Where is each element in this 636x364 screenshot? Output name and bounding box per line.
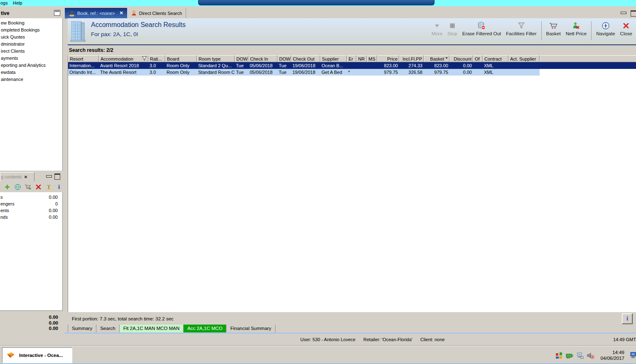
column-header-dow[interactable]: DOW (277, 55, 291, 62)
column-header-price[interactable]: Price (377, 55, 399, 62)
tab-accommodation-results[interactable]: Acc 2A,1C MCO (184, 325, 226, 332)
column-header-resort[interactable]: Resort (68, 55, 99, 62)
sidebar-item-reporting[interactable]: eporting and Analytics (0, 62, 62, 69)
cell-ms[interactable] (367, 62, 377, 69)
column-header-room-type[interactable]: Room type (197, 55, 235, 62)
globe-refresh-icon[interactable] (14, 183, 21, 190)
column-header-board[interactable]: Board (165, 55, 197, 62)
maximize-icon[interactable] (631, 10, 636, 17)
cell-incl-fl-pp[interactable]: 274.33 (399, 62, 424, 69)
cell-dow[interactable]: Tue (235, 62, 248, 69)
sidebar-item-direct-clients[interactable]: irect Clients (0, 48, 62, 55)
column-header-discount[interactable]: Discount (449, 55, 473, 62)
tab-flight-results[interactable]: Flt 2A,1C MAN MCO MAN (120, 325, 184, 332)
column-header-check-out[interactable]: Check Out (291, 55, 320, 62)
maximize-panel-icon[interactable] (54, 173, 60, 180)
cell-discount[interactable]: 0.00 (449, 69, 473, 76)
sidebar-item-administrator[interactable]: dministrator (0, 41, 62, 48)
cell-of[interactable] (473, 69, 483, 76)
cell-supplier[interactable]: Ocean B... (320, 62, 347, 69)
network-status-tray-icon[interactable] (577, 352, 584, 359)
tab-financial-summary[interactable]: Financial Summary (226, 325, 275, 332)
display-tray-icon[interactable] (630, 352, 636, 359)
sidebar-item-quick-quotes[interactable]: uick Quotes (0, 34, 62, 41)
sidebar-item-newdata[interactable]: ewdata (0, 69, 62, 76)
tab-summary[interactable]: Summary (68, 325, 96, 332)
column-header-nr[interactable]: NR (356, 55, 367, 62)
cell-contract[interactable]: XML (483, 62, 508, 69)
basket-button[interactable]: Basket (544, 20, 563, 36)
cell-nr[interactable] (356, 62, 367, 69)
sidebar-item-completed-bookings[interactable]: ompleted Bookings (0, 27, 62, 34)
cell-dow[interactable]: Tue (235, 69, 248, 76)
cell-ms[interactable] (367, 69, 377, 76)
minimize-panel-icon[interactable] (46, 175, 52, 178)
column-header-ms[interactable]: MS (367, 55, 377, 62)
cell-room-type[interactable]: Standard 2 Qu... (197, 62, 235, 69)
cell-contract[interactable]: XML (483, 69, 508, 76)
cell-basket[interactable]: 979.75 (424, 69, 449, 76)
erase-filtered-out-button[interactable]: Erase Filtered Out (460, 20, 503, 36)
cell-resort[interactable]: Orlando Int... (68, 69, 99, 76)
column-header-incl-fl-pp[interactable]: Incl.Fl.PP (399, 55, 424, 62)
cell-discount[interactable]: 0.00 (449, 62, 473, 69)
cell-resort[interactable]: Internation... (68, 62, 99, 69)
cell-board[interactable]: Room Only (165, 69, 197, 76)
cell-price[interactable]: 823.00 (377, 62, 399, 69)
column-header-er[interactable]: Er (347, 55, 356, 62)
antivirus-tray-icon[interactable] (555, 352, 562, 359)
cell-incl-fl-pp[interactable]: 326.58 (399, 69, 424, 76)
cell-accommodation[interactable]: The Avanti Resort (99, 69, 148, 76)
volume-muted-tray-icon[interactable] (587, 352, 594, 359)
cell-er[interactable]: * (347, 69, 356, 76)
minimize-icon[interactable] (621, 12, 626, 14)
cell-act-supplier[interactable] (508, 62, 540, 69)
sidebar-item-new-booking[interactable]: ew Booking (0, 20, 62, 27)
cell-rating[interactable]: 3.0 (148, 69, 165, 76)
menu-help[interactable]: Help (13, 0, 22, 5)
cell-of[interactable] (473, 62, 483, 69)
cell-supplier[interactable]: Get A Bed (320, 69, 347, 76)
result-row[interactable]: Orlando Int... The Avanti Resort 3.0 Roo… (68, 69, 636, 76)
cell-rating[interactable]: 3.0 (148, 62, 165, 69)
sidebar-item-payments[interactable]: ayments (0, 55, 62, 62)
column-header-dow[interactable]: DOW (235, 55, 248, 62)
close-button[interactable]: Close (618, 20, 635, 36)
menu-logs[interactable]: ogs (0, 0, 8, 5)
taskbar-app-button[interactable]: Interactive - Ocea... (2, 347, 72, 363)
cell-dow[interactable]: Tue (277, 69, 291, 76)
collapse-panel-icon[interactable] (54, 10, 60, 16)
cell-price[interactable]: 979.75 (377, 69, 399, 76)
result-row-selected[interactable]: Internation... Avanti Resort 2018 3.0 Ro… (68, 62, 636, 69)
cell-room-type[interactable]: Standard Room C (197, 69, 235, 76)
basket-go-icon[interactable] (25, 183, 31, 190)
info-button[interactable]: i (622, 313, 633, 324)
info-icon[interactable]: i (56, 183, 62, 190)
facilities-filter-button[interactable]: Facilities Filter (503, 20, 539, 36)
filter-funnel-icon[interactable] (142, 56, 147, 61)
navigate-button[interactable]: Navigate (594, 20, 617, 36)
add-icon[interactable] (4, 183, 10, 190)
column-header-accommodation[interactable]: Accommodation (99, 55, 148, 62)
column-header-rating[interactable]: Rati... (148, 55, 165, 62)
cell-check-in[interactable]: 05/06/2018 (248, 69, 277, 76)
column-header-supplier[interactable]: Supplier (320, 55, 347, 62)
nett-price-button[interactable]: Nett Price (563, 20, 589, 36)
column-header-contract[interactable]: Contract (483, 55, 508, 62)
cell-nr[interactable] (356, 69, 367, 76)
column-header-of[interactable]: Of (473, 55, 483, 62)
cell-check-out[interactable]: 19/06/2018 (291, 69, 320, 76)
cell-basket[interactable]: 823.00 (424, 62, 449, 69)
close-tab-icon[interactable]: ✕ (24, 175, 27, 179)
tab-direct-clients-search[interactable]: Direct Clients Search (127, 8, 186, 18)
network-adapter-tray-icon[interactable] (566, 352, 573, 359)
column-header-basket[interactable]: Basket (424, 55, 449, 62)
cell-dow[interactable]: Tue (277, 62, 291, 69)
sidebar-item-maintenance[interactable]: aintenance (0, 76, 62, 83)
column-header-check-in[interactable]: Check In (248, 55, 277, 62)
tab-booking-ref[interactable]: Book. ref.: <none> ✕ (65, 8, 127, 18)
tab-search[interactable]: Search (96, 325, 119, 332)
delete-icon[interactable] (35, 183, 42, 190)
cell-er[interactable] (347, 62, 356, 69)
holiday-palm-icon[interactable] (45, 183, 52, 190)
